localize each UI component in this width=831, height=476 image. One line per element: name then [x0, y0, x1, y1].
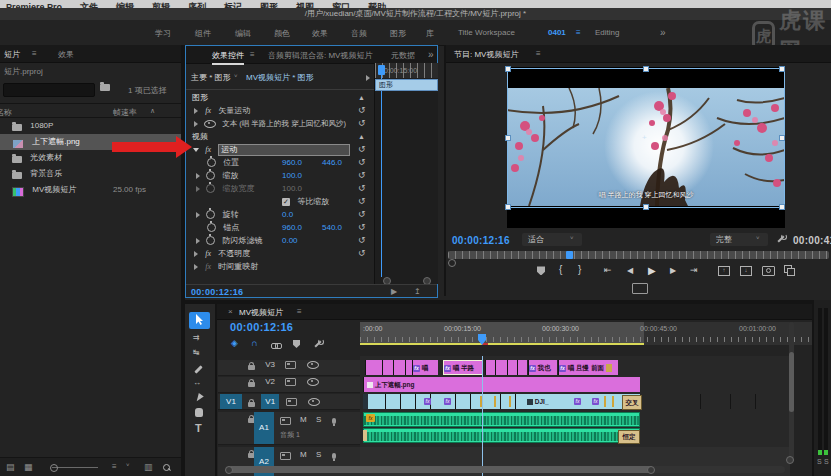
safe-margins-button[interactable]: [632, 283, 648, 294]
workspace-tab-color[interactable]: 颜色: [274, 28, 290, 39]
transform-handle[interactable]: [505, 204, 511, 210]
twirl-icon[interactable]: [194, 121, 198, 127]
ec-row-uniform-scale[interactable]: ✓ 等比缩放 ↺: [188, 195, 372, 208]
linked-selection-icon[interactable]: [271, 340, 281, 349]
timeline-timecode[interactable]: 00:00:12:16: [230, 321, 293, 333]
clip-segment[interactable]: [517, 360, 527, 375]
transform-handle[interactable]: [643, 204, 649, 210]
clip-segment[interactable]: [495, 360, 507, 375]
hscroll-left[interactable]: [225, 466, 233, 474]
new-bin-icon[interactable]: [100, 83, 110, 92]
workspace-tab-graphics[interactable]: 图形: [390, 28, 406, 39]
track-target-v1[interactable]: V1: [261, 394, 279, 409]
column-name[interactable]: 名称: [0, 107, 12, 118]
automate-sequence-icon[interactable]: ▥: [144, 462, 153, 472]
track-eye-icon[interactable]: [307, 361, 319, 369]
zoom-slider[interactable]: [52, 467, 98, 468]
transform-handle[interactable]: [779, 66, 785, 72]
ec-play-audio-icon[interactable]: ▶: [391, 287, 397, 296]
through-edit-mark[interactable]: [509, 396, 511, 407]
effects-panel-tab[interactable]: 效果: [58, 49, 74, 60]
checkbox-icon[interactable]: ✓: [282, 198, 290, 206]
transform-handle[interactable]: [779, 204, 785, 210]
clip-segment[interactable]: [365, 360, 382, 375]
sync-lock-icon[interactable]: [280, 452, 291, 460]
track-target-a1[interactable]: A1: [254, 412, 274, 444]
eye-icon[interactable]: [204, 120, 216, 128]
list-view-icon[interactable]: ▤: [6, 462, 15, 472]
motion-effect-selected[interactable]: 运动: [218, 144, 350, 156]
voiceover-mic-icon[interactable]: [332, 416, 336, 425]
matte-clip[interactable]: 上下遮幅.png: [363, 377, 640, 392]
ripple-edit-tool[interactable]: ↹: [193, 348, 200, 357]
reset-icon[interactable]: ↺: [358, 247, 366, 260]
reset-icon[interactable]: ↺: [358, 234, 366, 247]
step-forward-icon[interactable]: ▶: [670, 266, 676, 275]
program-monitor-tab[interactable]: 节目: MV视频短片: [454, 49, 518, 60]
timeline-playhead-line[interactable]: [482, 356, 483, 476]
sync-lock-icon[interactable]: [286, 398, 297, 406]
reset-icon[interactable]: ↺: [358, 104, 366, 117]
ec-row-scale[interactable]: 缩放 100.0 ↺: [188, 169, 372, 182]
ec-row-rotation[interactable]: 旋转 0.0 ↺: [188, 208, 372, 221]
workspace-tab-assembly[interactable]: 组件: [195, 28, 211, 39]
through-edit-mark[interactable]: [604, 396, 606, 407]
reset-icon[interactable]: ↺: [358, 169, 366, 182]
param-value[interactable]: 0.0: [282, 208, 293, 221]
button-editor-icon[interactable]: [784, 265, 794, 274]
selection-tool[interactable]: [189, 312, 210, 329]
ec-export-icon[interactable]: ↥: [414, 287, 421, 296]
program-current-timecode[interactable]: 00:00:12:16: [452, 235, 510, 246]
source-patch-v1[interactable]: V1: [220, 394, 242, 409]
reset-icon[interactable]: ↺: [358, 221, 366, 234]
mark-out-icon[interactable]: }: [578, 264, 581, 275]
workspace-0401-menu-icon[interactable]: ≡: [576, 28, 581, 37]
reset-icon[interactable]: ↺: [358, 208, 366, 221]
settings-wrench-icon[interactable]: [776, 234, 786, 244]
icon-view-icon[interactable]: ▦: [24, 462, 33, 472]
ec-footer-timecode[interactable]: 00:00:12:16: [191, 287, 243, 297]
track-eye-icon[interactable]: [307, 378, 319, 386]
audio-transition[interactable]: 恒定: [618, 430, 640, 444]
clip-segment[interactable]: [485, 360, 495, 375]
collapse-icon[interactable]: ▲: [358, 91, 365, 104]
video-transition[interactable]: 交叉: [622, 395, 642, 410]
ec-playhead-line[interactable]: [381, 75, 382, 277]
stopwatch-icon[interactable]: [206, 236, 215, 245]
param-value[interactable]: 540.0: [322, 221, 342, 234]
through-edit-mark[interactable]: [494, 396, 496, 407]
clip-segment[interactable]: [382, 360, 393, 375]
go-to-out-icon[interactable]: ⇥: [690, 265, 698, 275]
clip-segment[interactable]: [363, 394, 368, 409]
bin-row[interactable]: 1080P: [0, 118, 181, 134]
track-header-a1[interactable]: A1 M S 音频 1: [218, 412, 360, 445]
ec-mini-clip[interactable]: 图形: [375, 79, 438, 91]
clip-segment[interactable]: [405, 360, 412, 375]
find-icon[interactable]: [163, 463, 170, 472]
twirl-icon[interactable]: [196, 173, 200, 179]
track-eye-icon[interactable]: [308, 398, 320, 406]
sync-lock-icon[interactable]: [285, 361, 296, 369]
workspace-tab-editing[interactable]: Editing: [595, 28, 619, 37]
mute-button[interactable]: M: [300, 450, 307, 459]
timeline-ruler[interactable]: :00:00 00:00:15:00 00:00:30:00 00:00:45:…: [360, 322, 831, 345]
ec-timeline-toggle-icon[interactable]: [366, 73, 370, 82]
audio-clip-bottom[interactable]: [363, 428, 640, 443]
ec-playhead-head[interactable]: [378, 65, 385, 75]
sequence-row[interactable]: MV视频短片 25.00 fps: [0, 182, 181, 198]
track-label[interactable]: V3: [265, 360, 275, 369]
graphic-clip[interactable]: fx 我也: [528, 360, 557, 375]
timeline-menu-icon[interactable]: ≡: [297, 307, 302, 316]
param-value[interactable]: 960.0: [282, 221, 302, 234]
track-header-v3[interactable]: V3: [218, 360, 360, 376]
reset-icon[interactable]: ↺: [358, 182, 366, 195]
slip-tool[interactable]: ↔: [193, 378, 201, 387]
param-value[interactable]: 0.00: [282, 234, 298, 247]
timeline-tab-close-icon[interactable]: ×: [228, 307, 233, 316]
sync-lock-icon[interactable]: [285, 378, 296, 386]
sort-icon[interactable]: ≡: [112, 462, 117, 471]
twirl-icon[interactable]: [194, 264, 198, 270]
ec-row-position[interactable]: 位置 960.0 446.0 ↺: [188, 156, 372, 169]
workspace-tab-title[interactable]: Title Workspace: [458, 28, 515, 37]
zoom-slider-handle[interactable]: [50, 464, 58, 472]
